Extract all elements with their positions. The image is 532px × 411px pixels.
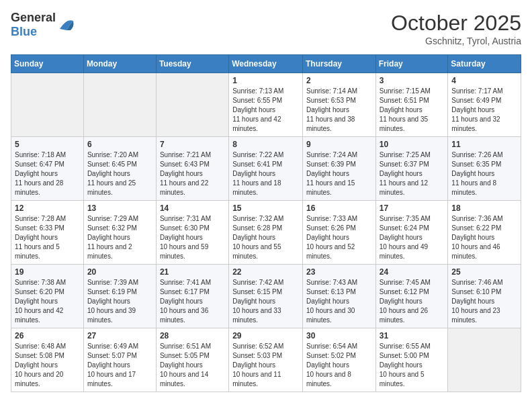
day-number: 31 <box>380 331 445 340</box>
day-info: Sunrise: 7:45 AMSunset: 6:12 PMDaylight … <box>380 278 445 325</box>
day-info: Sunrise: 7:36 AMSunset: 6:22 PMDaylight … <box>451 214 517 261</box>
day-number: 13 <box>87 203 152 213</box>
day-info: Sunrise: 7:32 AMSunset: 6:28 PMDaylight … <box>232 214 299 261</box>
calendar-cell <box>448 328 521 392</box>
calendar-cell: 12Sunrise: 7:28 AMSunset: 6:33 PMDayligh… <box>11 201 84 265</box>
calendar-row: 5Sunrise: 7:18 AMSunset: 6:47 PMDaylight… <box>11 137 521 201</box>
day-number: 14 <box>160 203 225 213</box>
calendar-cell: 21Sunrise: 7:41 AMSunset: 6:17 PMDayligh… <box>156 265 228 328</box>
day-info: Sunrise: 7:41 AMSunset: 6:17 PMDaylight … <box>160 278 225 325</box>
day-number: 17 <box>380 203 445 213</box>
logo: General Blue <box>11 11 76 39</box>
day-info: Sunrise: 7:20 AMSunset: 6:45 PMDaylight … <box>87 150 152 197</box>
day-number: 18 <box>451 203 517 213</box>
day-info: Sunrise: 7:24 AMSunset: 6:39 PMDaylight … <box>306 150 372 197</box>
day-number: 29 <box>232 331 299 340</box>
weekday-header: Saturday <box>448 55 521 73</box>
calendar-cell: 2Sunrise: 7:14 AMSunset: 6:53 PMDaylight… <box>303 73 376 137</box>
location-subtitle: Gschnitz, Tyrol, Austria <box>391 36 521 46</box>
calendar-cell <box>83 73 156 137</box>
day-number: 16 <box>306 203 372 213</box>
calendar-cell: 23Sunrise: 7:43 AMSunset: 6:13 PMDayligh… <box>303 265 376 328</box>
day-info: Sunrise: 7:39 AMSunset: 6:19 PMDaylight … <box>87 278 152 325</box>
day-info: Sunrise: 7:43 AMSunset: 6:13 PMDaylight … <box>306 278 372 325</box>
title-block: October 2025 Gschnitz, Tyrol, Austria <box>391 11 521 46</box>
day-info: Sunrise: 6:55 AMSunset: 5:00 PMDaylight … <box>380 342 445 389</box>
calendar-cell: 31Sunrise: 6:55 AMSunset: 5:00 PMDayligh… <box>375 328 448 392</box>
day-info: Sunrise: 7:21 AMSunset: 6:43 PMDaylight … <box>160 150 225 197</box>
day-info: Sunrise: 7:13 AMSunset: 6:55 PMDaylight … <box>232 87 299 134</box>
calendar-cell: 25Sunrise: 7:46 AMSunset: 6:10 PMDayligh… <box>448 265 521 328</box>
calendar-cell: 6Sunrise: 7:20 AMSunset: 6:45 PMDaylight… <box>83 137 156 201</box>
calendar-cell: 17Sunrise: 7:35 AMSunset: 6:24 PMDayligh… <box>375 201 448 265</box>
day-info: Sunrise: 6:49 AMSunset: 5:07 PMDaylight … <box>87 342 152 389</box>
day-number: 12 <box>15 203 80 213</box>
calendar-cell: 13Sunrise: 7:29 AMSunset: 6:32 PMDayligh… <box>83 201 156 265</box>
day-number: 28 <box>160 331 225 340</box>
calendar-cell: 24Sunrise: 7:45 AMSunset: 6:12 PMDayligh… <box>375 265 448 328</box>
calendar-table: SundayMondayTuesdayWednesdayThursdayFrid… <box>11 54 521 392</box>
calendar-cell: 4Sunrise: 7:17 AMSunset: 6:49 PMDaylight… <box>448 73 521 137</box>
day-number: 23 <box>306 267 372 277</box>
day-info: Sunrise: 7:17 AMSunset: 6:49 PMDaylight … <box>451 87 517 134</box>
day-number: 11 <box>451 140 517 149</box>
day-number: 26 <box>15 331 80 340</box>
calendar-row: 1Sunrise: 7:13 AMSunset: 6:55 PMDaylight… <box>11 73 521 137</box>
month-title: October 2025 <box>391 11 521 36</box>
day-number: 8 <box>232 140 299 149</box>
calendar-cell: 15Sunrise: 7:32 AMSunset: 6:28 PMDayligh… <box>229 201 303 265</box>
calendar-cell: 1Sunrise: 7:13 AMSunset: 6:55 PMDaylight… <box>229 73 303 137</box>
day-number: 2 <box>306 76 372 85</box>
weekday-header: Friday <box>375 55 448 73</box>
calendar-cell: 29Sunrise: 6:52 AMSunset: 5:03 PMDayligh… <box>229 328 303 392</box>
day-number: 1 <box>232 76 299 85</box>
calendar-cell: 19Sunrise: 7:38 AMSunset: 6:20 PMDayligh… <box>11 265 84 328</box>
calendar-cell: 10Sunrise: 7:25 AMSunset: 6:37 PMDayligh… <box>375 137 448 201</box>
calendar-cell: 16Sunrise: 7:33 AMSunset: 6:26 PMDayligh… <box>303 201 376 265</box>
day-number: 27 <box>87 331 152 340</box>
calendar-cell: 20Sunrise: 7:39 AMSunset: 6:19 PMDayligh… <box>83 265 156 328</box>
day-number: 24 <box>380 267 445 277</box>
day-number: 5 <box>15 140 80 149</box>
day-number: 20 <box>87 267 152 277</box>
calendar-cell: 9Sunrise: 7:24 AMSunset: 6:39 PMDaylight… <box>303 137 376 201</box>
day-number: 30 <box>306 331 372 340</box>
calendar-cell <box>11 73 84 137</box>
day-number: 6 <box>87 140 152 149</box>
day-info: Sunrise: 7:18 AMSunset: 6:47 PMDaylight … <box>15 150 80 197</box>
calendar-row: 19Sunrise: 7:38 AMSunset: 6:20 PMDayligh… <box>11 265 521 328</box>
day-info: Sunrise: 7:14 AMSunset: 6:53 PMDaylight … <box>306 87 372 134</box>
calendar-cell: 22Sunrise: 7:42 AMSunset: 6:15 PMDayligh… <box>229 265 303 328</box>
calendar-cell: 30Sunrise: 6:54 AMSunset: 5:02 PMDayligh… <box>303 328 376 392</box>
day-info: Sunrise: 7:46 AMSunset: 6:10 PMDaylight … <box>451 278 517 325</box>
calendar-cell: 28Sunrise: 6:51 AMSunset: 5:05 PMDayligh… <box>156 328 228 392</box>
weekday-header: Sunday <box>11 55 84 73</box>
day-number: 15 <box>232 203 299 213</box>
day-info: Sunrise: 7:29 AMSunset: 6:32 PMDaylight … <box>87 214 152 261</box>
day-number: 3 <box>380 76 445 85</box>
day-number: 19 <box>15 267 80 277</box>
logo-blue: Blue <box>11 25 37 38</box>
calendar-cell: 3Sunrise: 7:15 AMSunset: 6:51 PMDaylight… <box>375 73 448 137</box>
day-info: Sunrise: 7:22 AMSunset: 6:41 PMDaylight … <box>232 150 299 197</box>
weekday-header: Thursday <box>303 55 376 73</box>
calendar-cell: 7Sunrise: 7:21 AMSunset: 6:43 PMDaylight… <box>156 137 228 201</box>
calendar-row: 26Sunrise: 6:48 AMSunset: 5:08 PMDayligh… <box>11 328 521 392</box>
day-info: Sunrise: 7:28 AMSunset: 6:33 PMDaylight … <box>15 214 80 261</box>
day-number: 4 <box>451 76 517 85</box>
logo-general: General <box>11 11 56 24</box>
calendar-cell: 11Sunrise: 7:26 AMSunset: 6:35 PMDayligh… <box>448 137 521 201</box>
day-info: Sunrise: 7:15 AMSunset: 6:51 PMDaylight … <box>380 87 445 134</box>
day-info: Sunrise: 7:33 AMSunset: 6:26 PMDaylight … <box>306 214 372 261</box>
weekday-header-row: SundayMondayTuesdayWednesdayThursdayFrid… <box>11 55 521 73</box>
day-info: Sunrise: 6:48 AMSunset: 5:08 PMDaylight … <box>15 342 80 389</box>
day-info: Sunrise: 7:26 AMSunset: 6:35 PMDaylight … <box>451 150 517 197</box>
day-info: Sunrise: 7:38 AMSunset: 6:20 PMDaylight … <box>15 278 80 325</box>
day-number: 25 <box>451 267 517 277</box>
day-info: Sunrise: 7:42 AMSunset: 6:15 PMDaylight … <box>232 278 299 325</box>
day-info: Sunrise: 6:52 AMSunset: 5:03 PMDaylight … <box>232 342 299 389</box>
calendar-cell: 14Sunrise: 7:31 AMSunset: 6:30 PMDayligh… <box>156 201 228 265</box>
calendar-cell: 5Sunrise: 7:18 AMSunset: 6:47 PMDaylight… <box>11 137 84 201</box>
day-info: Sunrise: 7:25 AMSunset: 6:37 PMDaylight … <box>380 150 445 197</box>
day-info: Sunrise: 7:35 AMSunset: 6:24 PMDaylight … <box>380 214 445 261</box>
